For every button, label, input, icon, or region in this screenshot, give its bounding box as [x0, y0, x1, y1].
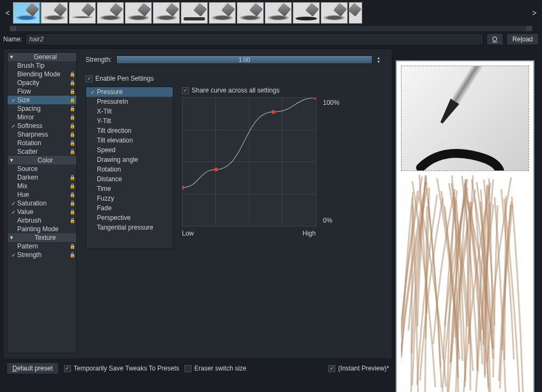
tree-item-sharpness[interactable]: Sharpness🔒	[8, 130, 76, 139]
tree-item-saturation[interactable]: ✓Saturation🔒	[8, 199, 76, 208]
brush-preset-7[interactable]	[209, 2, 236, 24]
input-pressure[interactable]: ✓Pressure	[86, 87, 173, 97]
brush-preset-1[interactable]	[41, 2, 68, 24]
input-tilt-elevation[interactable]: Tilt elevation	[86, 136, 173, 145]
overwrite-preset-button[interactable]: O	[487, 33, 503, 45]
tree-item-mirror[interactable]: Mirror🔒	[8, 113, 76, 122]
strength-slider[interactable]: 1.00	[116, 55, 372, 64]
tree-item-darken[interactable]: Darken🔒	[8, 173, 76, 182]
curve-editor[interactable]	[182, 97, 316, 226]
tree-item-opacity[interactable]: Opacity🔒	[8, 79, 76, 87]
input-x-tilt[interactable]: X-Tilt	[86, 106, 173, 116]
strength-label: Strength:	[86, 56, 112, 63]
tree-section-general[interactable]: ▼General	[8, 53, 76, 61]
strength-spinner[interactable]: ▲▼	[377, 56, 383, 63]
settings-panel: ▼GeneralBrush TipBlending Mode🔒Opacity🔒F…	[3, 48, 392, 359]
instant-preview-checkbox[interactable]: ✓ (Instant Preview)*	[328, 365, 389, 372]
settings-tree[interactable]: ▼GeneralBrush TipBlending Mode🔒Opacity🔒F…	[7, 52, 77, 353]
input-y-tilt[interactable]: Y-Tilt	[86, 116, 173, 126]
input-perspective[interactable]: Perspective	[86, 213, 173, 223]
tree-item-value[interactable]: ✓Value🔒	[8, 208, 76, 216]
tree-item-blending-mode[interactable]: Blending Mode🔒	[8, 70, 76, 79]
brush-preset-11[interactable]	[321, 2, 348, 24]
brush-preset-5[interactable]	[153, 2, 180, 24]
tree-item-mix[interactable]: Mix🔒	[8, 182, 76, 190]
reload-button[interactable]: Reload	[506, 33, 539, 45]
default-preset-button[interactable]: Default preset	[6, 362, 59, 374]
curve-axis-high: High	[302, 230, 316, 237]
temp-save-checkbox[interactable]: ✓ Temporarily Save Tweaks To Presets	[64, 365, 179, 372]
brush-preset-strip: < >	[0, 0, 542, 26]
svg-marker-11	[437, 98, 459, 125]
preview-brush-tip	[401, 66, 529, 171]
tree-item-softness[interactable]: ✓Softness🔒	[8, 122, 76, 130]
curve-axis-0: 0%	[323, 217, 332, 224]
curve-axis-100: 100%	[323, 99, 340, 106]
tree-item-scatter[interactable]: Scatter🔒	[8, 147, 76, 156]
strip-scrollbar[interactable]	[16, 26, 526, 31]
tree-item-flow[interactable]: Flow🔒	[8, 87, 76, 96]
curve-axis-low: Low	[182, 230, 194, 237]
tree-section-color[interactable]: ▼Color	[8, 156, 76, 165]
strip-prev[interactable]: <	[3, 9, 12, 17]
svg-point-7	[214, 168, 218, 172]
input-speed[interactable]: Speed	[86, 145, 173, 155]
input-time[interactable]: Time	[86, 184, 173, 194]
tree-item-rotation[interactable]: Rotation🔒	[8, 139, 76, 147]
input-tangential-pressure[interactable]: Tangential pressure	[86, 223, 173, 232]
preset-name-row: Name: O Reload	[0, 32, 542, 48]
tree-item-pattern[interactable]: Pattern🔒	[8, 242, 76, 251]
brush-thumbnails	[13, 2, 529, 24]
brush-preset-0[interactable]	[13, 2, 40, 24]
brush-preset-4[interactable]	[125, 2, 152, 24]
input-distance[interactable]: Distance	[86, 174, 173, 184]
tree-item-painting-mode[interactable]: Painting Mode	[8, 225, 76, 233]
input-tilt-direction[interactable]: Tilt direction	[86, 126, 173, 136]
input-rotation[interactable]: Rotation	[86, 165, 173, 174]
preview-frame	[396, 60, 534, 392]
name-label: Name:	[3, 35, 22, 43]
brush-preset-9[interactable]	[265, 2, 292, 24]
brush-preset-12[interactable]	[349, 2, 362, 24]
tree-item-brush-tip[interactable]: Brush Tip	[8, 61, 76, 70]
preview-stroke-sample	[401, 174, 529, 392]
strip-next[interactable]: >	[530, 9, 539, 17]
share-curve-row[interactable]: ✓ Share curve across all settings	[182, 87, 383, 94]
svg-point-9	[314, 98, 316, 99]
tree-item-size[interactable]: ✓Size🔒	[8, 96, 76, 104]
svg-rect-10	[451, 66, 483, 104]
input-drawing-angle[interactable]: Drawing angle	[86, 155, 173, 165]
tree-item-hue[interactable]: Hue🔒	[8, 190, 76, 199]
input-fuzzy[interactable]: Fuzzy	[86, 194, 173, 203]
input-pressurein[interactable]: PressureIn	[86, 97, 173, 106]
svg-point-6	[182, 186, 184, 189]
svg-point-8	[271, 110, 275, 114]
enable-pen-label: nable Pen Settings	[100, 75, 154, 82]
eraser-switch-checkbox[interactable]: Eraser switch size	[185, 365, 247, 372]
tree-item-source[interactable]: Source	[8, 165, 76, 173]
brush-preset-3[interactable]	[97, 2, 124, 24]
tree-item-spacing[interactable]: Spacing🔒	[8, 104, 76, 113]
preset-name-input[interactable]	[25, 33, 483, 45]
sensor-inputs-list[interactable]: ✓PressurePressureInX-TiltY-TiltTilt dire…	[86, 87, 173, 249]
brush-preset-8[interactable]	[237, 2, 264, 24]
brush-preset-10[interactable]	[293, 2, 320, 24]
input-fade[interactable]: Fade	[86, 203, 173, 213]
enable-pen-row[interactable]: ✓ Enable Pen Settings	[86, 75, 383, 82]
brush-preset-2[interactable]	[69, 2, 96, 24]
tree-section-texture[interactable]: ▼Texture	[8, 233, 76, 242]
bottom-bar: Default preset ✓ Temporarily Save Tweaks…	[3, 359, 392, 377]
brush-preset-6[interactable]	[181, 2, 208, 24]
tree-item-airbrush[interactable]: Airbrush🔒	[8, 216, 76, 225]
tree-item-strength[interactable]: ✓Strength🔒	[8, 251, 76, 259]
